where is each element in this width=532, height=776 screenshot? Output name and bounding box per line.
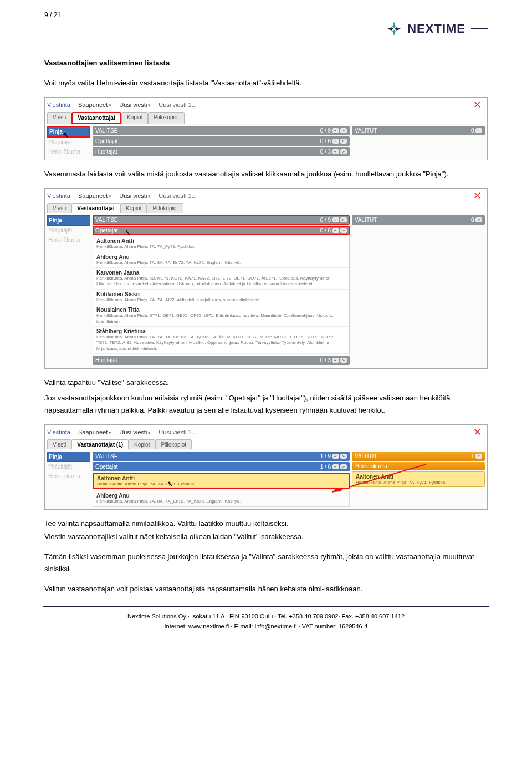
nav-viestinta[interactable]: Viestintä [47, 192, 70, 199]
cursor-icon: ↖ [167, 479, 173, 488]
teacher-row[interactable]: Ståhlberg KristiinaHenkilökunta. Ahma Pi… [93, 327, 349, 354]
valitut-bar: VALITUT0« [352, 126, 485, 135]
side-categories: Pinja Ylläpitäjät Henkilökunta [47, 215, 90, 366]
cursor-icon: ↖ [63, 130, 69, 139]
sidebar-pinja[interactable]: Pinja [47, 215, 90, 226]
valitut-bar: VALITUT1« [352, 452, 485, 461]
teacher-list: Aaltonen AnttiHenkilökunta. Ahma Pinja. … [93, 236, 350, 354]
tab-kopiot[interactable]: Kopiot [121, 112, 148, 124]
close-icon[interactable]: ✕ [473, 190, 485, 202]
nav-saapuneet[interactable]: Saapuneet▾ [78, 429, 111, 435]
intro-text: Voit myös valita Helmi-viestin vastaanot… [44, 77, 488, 89]
tab-piilokopiot[interactable]: Piilokopiot [155, 439, 192, 449]
side-categories: Pinja ↖ Ylläpitäjät Henkilökunta [47, 126, 90, 158]
tab-kopiot[interactable]: Kopiot [129, 439, 155, 449]
sidebar-yllapitajat[interactable]: Ylläpitäjät [47, 462, 90, 471]
side-categories: Pinja Ylläpitäjät Henkilökunta [47, 452, 90, 506]
tab-viesti[interactable]: Viesti [47, 112, 71, 124]
sidebar-pinja[interactable]: Pinja ↖ [47, 126, 90, 138]
valitse-bar: VALITSE0 / 9«» [93, 126, 350, 135]
header-logo-row: NEXTIME [44, 21, 488, 37]
footer: Nextime Solutions Oy · Isokatu 11 A · FI… [44, 612, 488, 631]
nav-saapuneet[interactable]: Saapuneet▾ [78, 102, 111, 108]
cursor-icon: ↖ [125, 228, 131, 237]
nav-uusi-viesti[interactable]: Uusi viesti▾ [119, 429, 151, 435]
brand-text: NEXTIME [407, 22, 466, 36]
teacher-row[interactable]: Ahlberg Anu Henkilökunta. Ahma Pinja. 7A… [93, 491, 350, 506]
screenshot-3: Viestintä Saapuneet▾ Uusi viesti▾ Uusi v… [44, 424, 488, 509]
sidebar-henkilokunta[interactable]: Henkilökunta [47, 471, 90, 481]
close-icon[interactable]: ✕ [473, 426, 485, 438]
nav-saapuneet[interactable]: Saapuneet▾ [78, 192, 111, 199]
close-icon[interactable]: ✕ [473, 99, 485, 111]
sidebar-henkilokunta[interactable]: Henkilökunta [47, 235, 90, 245]
opettajat-bar[interactable]: Opettajat0 / 6«» [93, 136, 350, 146]
tab-kopiot[interactable]: Kopiot [120, 203, 147, 213]
decor-dash [471, 28, 488, 29]
tab-viesti[interactable]: Viesti [47, 439, 71, 449]
nav-viestinta[interactable]: Viestintä [47, 102, 70, 108]
nav-uusi-viesti[interactable]: Uusi viesti▾ [119, 192, 151, 199]
svg-marker-1 [387, 27, 393, 31]
nav-viestinta[interactable]: Viestintä [47, 429, 70, 435]
opettajat-bar[interactable]: Opettajat ↖ 0 / 6«» [93, 226, 350, 235]
footer-line2: Internet: www.nextime.fi · E-mail: info@… [44, 622, 488, 632]
valitse-bar: VALITSE1 / 9«» [93, 452, 350, 461]
screenshot-1: Viestintä Saapuneet▾ Uusi viesti▾ Uusi v… [44, 97, 488, 160]
section-heading: Vastaanottajien valitseminen listasta [44, 59, 488, 67]
nav-uusi-viesti-1[interactable]: Uusi viesti 1... [158, 429, 196, 435]
para4a: Tee valinta napsauttamalla nimilaatikkoa… [44, 518, 488, 530]
teacher-row[interactable]: Ahlberg AnuHenkilökunta. Ahma Pinja. 7A.… [93, 252, 349, 268]
para4b: Viestin vastaanottajiksi valitut näet ke… [44, 531, 488, 543]
nav-uusi-viesti[interactable]: Uusi viesti▾ [119, 102, 151, 108]
tab-vastaanottajat[interactable]: Vastaanottajat (1) [71, 439, 129, 449]
teacher-row[interactable]: Kotilainen SiskoHenkilökunta. Ahma Pinja… [93, 290, 349, 305]
nextime-logo-icon [386, 21, 402, 37]
nav-uusi-viesti-1[interactable]: Uusi viesti 1... [158, 102, 196, 108]
para6: Valitun vastaanottajan voit poistaa vast… [44, 583, 488, 595]
screenshot-2: Viestintä Saapuneet▾ Uusi viesti▾ Uusi v… [44, 188, 488, 369]
huoltajat-bar[interactable]: Huoltajat0 / 3«» [93, 147, 350, 156]
para5: Tämän lisäksi vasemman puoleisessa joukk… [44, 551, 488, 575]
huoltajat-bar[interactable]: Huoltajat0 / 3«» [93, 356, 350, 365]
para2: Vasemmasta laidasta voit valita mistä jo… [44, 168, 488, 180]
footer-divider [43, 606, 489, 607]
sidebar-henkilokunta[interactable]: Henkilökunta [47, 147, 90, 156]
tab-piilokopiot[interactable]: Piilokopiot [148, 112, 185, 124]
opettajat-bar[interactable]: Opettajat1 / 6«» [93, 462, 350, 471]
nav-uusi-viesti-1[interactable]: Uusi viesti 1... [158, 192, 196, 199]
svg-marker-2 [395, 27, 401, 31]
tab-viesti[interactable]: Viesti [47, 203, 71, 213]
valitut-person[interactable]: Aaltonen Antti Henkilökunta. Ahma Pinja.… [352, 471, 485, 487]
para3b: Jos vastaanottajajoukkoon kuuluu erilais… [44, 392, 488, 417]
selected-teacher[interactable]: Aaltonen Antti Henkilökunta. Ahma Pinja.… [93, 473, 350, 489]
tab-vastaanottajat[interactable]: Vastaanottajat [71, 203, 120, 213]
valitut-group[interactable]: Henkilökunta [352, 462, 485, 470]
page-number: 9 / 21 [44, 11, 488, 19]
teacher-row[interactable]: Karvonen JaanaHenkilökunta. Ahma Pinja. … [93, 268, 349, 290]
teacher-row[interactable]: Aaltonen AnttiHenkilökunta. Ahma Pinja. … [93, 236, 349, 252]
valitse-bar: VALITSE0 / 9«» [93, 215, 350, 225]
svg-marker-0 [392, 22, 396, 28]
sidebar-yllapitajat[interactable]: Ylläpitäjät [47, 226, 90, 235]
sidebar-pinja[interactable]: Pinja [47, 452, 90, 462]
footer-line1: Nextime Solutions Oy · Isokatu 11 A · FI… [44, 612, 488, 622]
para3a: Valinta tapahtuu "Valitse"-sarakkeessa. [44, 377, 488, 389]
tab-vastaanottajat[interactable]: Vastaanottajat [71, 112, 121, 124]
tab-piilokopiot[interactable]: Piilokopiot [147, 203, 183, 213]
svg-marker-3 [392, 29, 396, 35]
teacher-row[interactable]: Nousiainen TittaHenkilökunta. Ahma Pinja… [93, 305, 349, 327]
valitut-bar: VALITUT0« [352, 215, 485, 225]
